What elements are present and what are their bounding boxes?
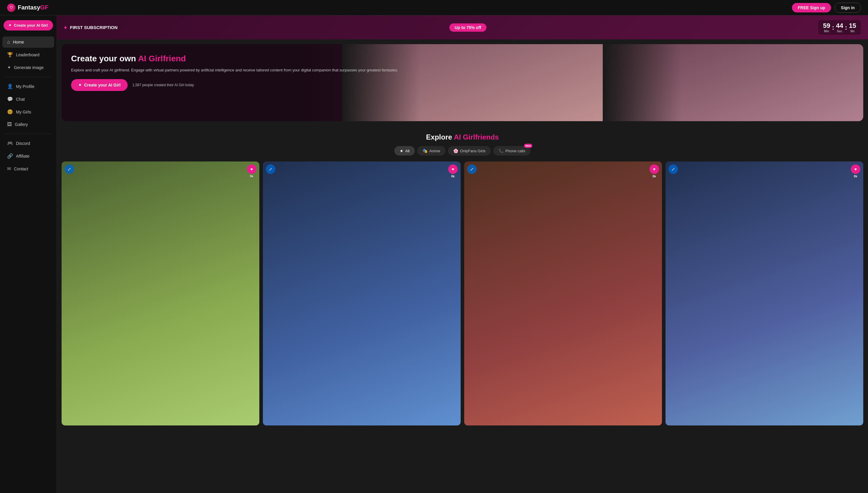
timer-minutes: 59 Min — [823, 22, 830, 33]
card-expand-button-2[interactable]: ⤢ — [266, 165, 275, 174]
filter-tabs: ★ All 🎭 Anime 🌸 OnlyFans Girls New 📞 Pho… — [62, 146, 863, 155]
logo-text: FantasyGF — [18, 4, 48, 11]
home-icon: ⌂ — [7, 39, 10, 45]
card-image-1 — [62, 162, 259, 425]
card-like-1: ♥ 9k — [247, 165, 256, 178]
hero-content: Create your own AI Girlfriend Explore an… — [62, 44, 462, 101]
promo-discount-badge[interactable]: Up to 75% off — [450, 23, 486, 32]
hero-section: Create your own AI Girlfriend Explore an… — [62, 44, 863, 121]
filter-tab-anime[interactable]: 🎭 Anime — [417, 146, 446, 155]
card-like-button-2[interactable]: ♥ — [448, 165, 458, 174]
card-image-3 — [464, 162, 662, 425]
sidebar-item-generate-image[interactable]: ✦ Generate image — [2, 62, 54, 73]
chat-icon: 💬 — [7, 96, 13, 102]
main-content: ♦ FIRST SUBSCRIPTION Up to 75% off 59 Mi… — [57, 16, 868, 493]
card-like-3: ♥ 8k — [649, 165, 659, 178]
sidebar-item-affiliate[interactable]: 🔗 Affiliate — [2, 150, 54, 162]
cards-grid: ⤢ ♥ 9k ⤢ ♥ 8k — [62, 162, 863, 425]
card-expand-button-3[interactable]: ⤢ — [467, 165, 477, 174]
gallery-icon: 🖼 — [7, 122, 12, 127]
card-like-4: ♥ 8k — [851, 165, 860, 178]
hero-actions: ✦ Create your AI Girl 1,587 people creat… — [71, 79, 453, 91]
contact-icon: ✉ — [7, 166, 11, 172]
profile-icon: 👤 — [7, 84, 13, 89]
sidebar-item-chat[interactable]: 💬 Chat — [2, 93, 54, 105]
card-image-4 — [665, 162, 863, 425]
onlyfans-icon: 🌸 — [453, 148, 458, 153]
app-layout: ✦ Create your AI Girl ⌂ Home 🏆 Leaderboa… — [0, 16, 868, 493]
promo-label: FIRST SUBSCRIPTION — [70, 25, 117, 30]
sidebar: ✦ Create your AI Girl ⌂ Home 🏆 Leaderboa… — [0, 16, 57, 493]
card-2[interactable]: ⤢ ♥ 8k — [263, 162, 461, 425]
logo-icon: ♡ — [7, 3, 16, 12]
sidebar-item-gallery[interactable]: 🖼 Gallery — [2, 119, 54, 130]
hero-title: Create your own AI Girlfriend — [71, 53, 453, 64]
card-expand-button-1[interactable]: ⤢ — [65, 165, 74, 174]
diamond-icon: ♦ — [64, 24, 67, 31]
signup-button[interactable]: FREE Sign up — [792, 3, 831, 13]
hero-create-button[interactable]: ✦ Create your AI Girl — [71, 79, 128, 91]
phone-icon: 📞 — [499, 148, 504, 153]
discord-icon: 🎮 — [7, 141, 13, 146]
timer-sep-1: : — [831, 24, 835, 31]
wand-icon: ✦ — [8, 23, 12, 27]
filter-tab-phone-calls[interactable]: New 📞 Phone calls — [493, 146, 530, 155]
signin-button[interactable]: Sign in — [835, 3, 861, 13]
sparkle-icon: ✦ — [7, 65, 11, 70]
card-3[interactable]: ⤢ ♥ 8k — [464, 162, 662, 425]
affiliate-icon: 🔗 — [7, 153, 13, 159]
topnav-right: FREE Sign up Sign in — [792, 3, 861, 13]
sidebar-item-discord[interactable]: 🎮 Discord — [2, 137, 54, 149]
timer-seconds: 44 Sec — [836, 22, 843, 33]
card-like-count-3: 8k — [653, 174, 656, 178]
card-image-2 — [263, 162, 461, 425]
sidebar-item-my-girls[interactable]: 😊 My Girls — [2, 106, 54, 117]
anime-icon: 🎭 — [422, 148, 428, 153]
sidebar-item-my-profile[interactable]: 👤 My Profile — [2, 81, 54, 92]
logo: ♡ FantasyGF — [7, 3, 48, 12]
star-icon: ★ — [399, 148, 404, 153]
timer-sep-2: : — [844, 24, 848, 31]
trophy-icon: 🏆 — [7, 52, 13, 58]
card-like-button-3[interactable]: ♥ — [649, 165, 659, 174]
explore-section: Explore AI Girlfriends ★ All 🎭 Anime 🌸 O… — [57, 126, 868, 430]
sidebar-item-home[interactable]: ⌂ Home — [2, 37, 54, 48]
topnav: ♡ FantasyGF FREE Sign up Sign in — [0, 0, 868, 16]
timer-ms: 15 Ms — [849, 22, 856, 33]
card-expand-button-4[interactable]: ⤢ — [668, 165, 678, 174]
card-1[interactable]: ⤢ ♥ 9k — [62, 162, 259, 425]
explore-title: Explore AI Girlfriends — [62, 133, 863, 141]
card-like-count-1: 9k — [250, 174, 253, 178]
girls-icon: 😊 — [7, 109, 13, 115]
promo-banner: ♦ FIRST SUBSCRIPTION Up to 75% off 59 Mi… — [57, 16, 868, 39]
card-like-count-2: 8k — [451, 174, 455, 178]
card-like-button-4[interactable]: ♥ — [851, 165, 860, 174]
new-badge: New — [524, 144, 532, 148]
sidebar-item-contact[interactable]: ✉ Contact — [2, 163, 54, 174]
filter-tab-all[interactable]: ★ All — [394, 146, 415, 155]
sidebar-create-button[interactable]: ✦ Create your AI Girl — [4, 20, 53, 30]
hero-stats: 1,587 people created their AI Girl today — [132, 83, 194, 87]
wand-icon-hero: ✦ — [78, 83, 82, 87]
card-like-button-1[interactable]: ♥ — [247, 165, 256, 174]
promo-timer: 59 Min : 44 Sec : 15 Ms — [818, 20, 861, 35]
card-4[interactable]: ⤢ ♥ 8k — [665, 162, 863, 425]
filter-tab-onlyfans[interactable]: 🌸 OnlyFans Girls — [448, 146, 491, 155]
sidebar-divider-2 — [5, 134, 52, 134]
card-like-count-4: 8k — [854, 174, 857, 178]
hero-image-2 — [603, 44, 863, 121]
sidebar-item-leaderboard[interactable]: 🏆 Leaderboard — [2, 49, 54, 60]
hero-description: Explore and craft your AI girlfriend. En… — [71, 67, 453, 73]
sidebar-divider-1 — [5, 77, 52, 77]
card-like-2: ♥ 8k — [448, 165, 458, 178]
promo-left: ♦ FIRST SUBSCRIPTION — [64, 24, 117, 31]
